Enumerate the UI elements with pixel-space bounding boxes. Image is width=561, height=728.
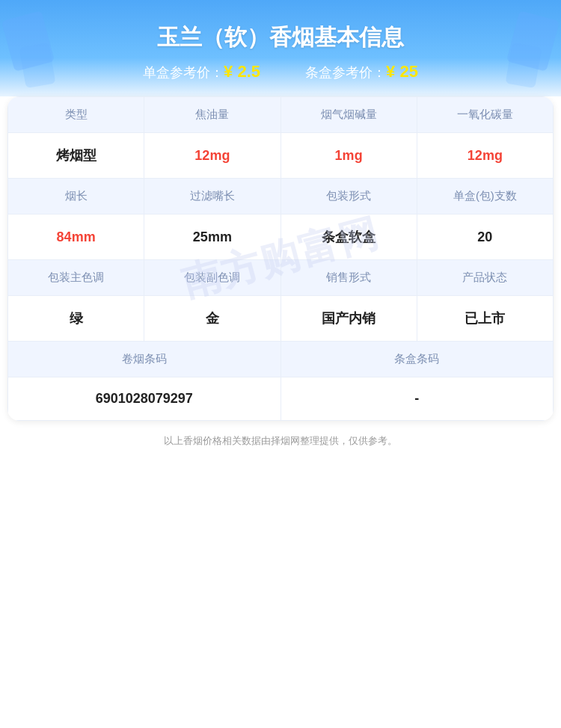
table-value-cell: 金 bbox=[144, 296, 280, 342]
carton-price: 条盒参考价：¥ 25 bbox=[305, 62, 418, 81]
table-value-cell: 12mg bbox=[417, 133, 553, 179]
table-row: 包装主色调包装副色调销售形式产品状态 bbox=[8, 260, 554, 296]
table-header-cell: 包装副色调 bbox=[144, 260, 280, 296]
table-header-cell: 包装主色调 bbox=[8, 260, 144, 296]
table-header-cell: 烟气烟碱量 bbox=[280, 97, 417, 133]
table-row: 类型焦油量烟气烟碱量一氧化碳量 bbox=[8, 97, 554, 133]
info-table: 类型焦油量烟气烟碱量一氧化碳量烤烟型12mg1mg12mg烟长过滤嘴长包装形式单… bbox=[7, 96, 554, 421]
table-row: 6901028079297- bbox=[8, 377, 554, 421]
table-header-wide-cell: 卷烟条码 bbox=[8, 342, 281, 377]
table-header-cell: 烟长 bbox=[8, 179, 144, 215]
table-header-cell: 焦油量 bbox=[144, 97, 280, 133]
table-header-wide-cell: 条盒条码 bbox=[280, 342, 554, 377]
table-header-cell: 单盒(包)支数 bbox=[417, 179, 553, 215]
header: 玉兰（软）香烟基本信息 单盒参考价：¥ 2.5 条盒参考价：¥ 25 bbox=[0, 0, 561, 96]
price-row: 单盒参考价：¥ 2.5 条盒参考价：¥ 25 bbox=[15, 62, 546, 81]
table-value-cell: 已上市 bbox=[417, 296, 553, 342]
table-header-cell: 类型 bbox=[8, 97, 144, 133]
table-row: 84mm25mm条盒软盒20 bbox=[8, 215, 554, 260]
table-row: 卷烟条码条盒条码 bbox=[8, 342, 554, 377]
table-value-cell: 1mg bbox=[280, 133, 417, 179]
table-row: 绿金国产内销已上市 bbox=[8, 296, 554, 342]
table-value-wide-cell: - bbox=[280, 377, 554, 421]
table-value-cell: 条盒软盒 bbox=[280, 215, 417, 260]
table-header-cell: 过滤嘴长 bbox=[144, 179, 280, 215]
table-value-cell: 12mg bbox=[144, 133, 280, 179]
table-row: 烤烟型12mg1mg12mg bbox=[8, 133, 554, 179]
single-box-price: 单盒参考价：¥ 2.5 bbox=[143, 62, 260, 81]
table-header-cell: 一氧化碳量 bbox=[417, 97, 553, 133]
table-value-cell: 绿 bbox=[8, 296, 144, 342]
table-value-cell: 烤烟型 bbox=[8, 133, 144, 179]
table-header-cell: 产品状态 bbox=[417, 260, 553, 296]
table-value-cell: 84mm bbox=[8, 215, 144, 260]
info-table-wrapper: 南方购富网 类型焦油量烟气烟碱量一氧化碳量烤烟型12mg1mg12mg烟长过滤嘴… bbox=[7, 96, 554, 421]
table-header-cell: 销售形式 bbox=[280, 260, 417, 296]
table-value-cell: 国产内销 bbox=[280, 296, 417, 342]
table-value-cell: 20 bbox=[417, 215, 553, 260]
table-value-cell: 25mm bbox=[144, 215, 280, 260]
table-value-wide-cell: 6901028079297 bbox=[8, 377, 281, 421]
table-row: 烟长过滤嘴长包装形式单盒(包)支数 bbox=[8, 179, 554, 215]
table-header-cell: 包装形式 bbox=[280, 179, 417, 215]
footer-note: 以上香烟价格相关数据由择烟网整理提供，仅供参考。 bbox=[0, 421, 561, 463]
page-title: 玉兰（软）香烟基本信息 bbox=[15, 22, 546, 53]
